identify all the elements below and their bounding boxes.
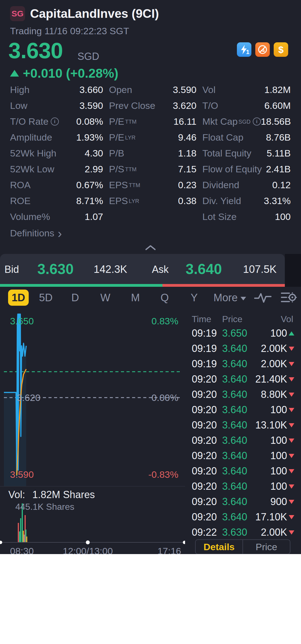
exchange-badge: SG — [10, 6, 25, 21]
stats-grid: High3.660Open3.590Vol1.82MLow3.590Prev C… — [10, 82, 291, 225]
stat-value: 8.76B — [266, 132, 291, 143]
definitions-link[interactable]: Definitions › — [10, 228, 62, 239]
stat-label: EPSLYR — [109, 195, 139, 206]
y-label-prevclose-pct: 0.00% — [152, 392, 178, 403]
trade-vol-wrap: 21.40K — [255, 373, 294, 385]
down-triangle-icon — [289, 515, 294, 519]
trade-price: 3.640 — [222, 358, 247, 370]
ask-volume: 107.5K — [243, 263, 276, 275]
collapse-chevron-icon[interactable] — [145, 244, 156, 252]
stat-value: 3.660 — [79, 84, 103, 95]
tab-q[interactable]: Q — [161, 290, 169, 306]
currency-dollar-icon[interactable]: $ — [274, 42, 288, 57]
down-triangle-icon — [289, 347, 294, 351]
stat-cell: Prev Close3.620 — [109, 98, 196, 114]
stat-value: 0.23 — [178, 180, 196, 190]
stat-label: 52Wk Low — [10, 164, 54, 175]
stat-cell: P/ELYR9.46 — [109, 129, 196, 145]
price-chart[interactable]: 3.650 0.83% 3.620 0.00% 3.590 -0.83% Vol… — [0, 312, 185, 557]
trade-time: 09:20 — [192, 450, 217, 462]
tab-y[interactable]: Y — [191, 290, 198, 306]
stock-title: CapitaLandInves (9CI) — [30, 6, 159, 21]
details-button[interactable]: Details — [196, 540, 243, 554]
price-button[interactable]: Price — [243, 540, 290, 554]
bid-ask-panel[interactable]: Bid 3.630 142.3K Ask 3.640 107.5K — [0, 254, 285, 287]
trade-vol: 100 — [270, 481, 287, 492]
promo-footer: TIGER BROKERS Scan the QR code to partic… — [0, 554, 301, 644]
stat-value: 6.60M — [264, 100, 291, 111]
vol-summary: Vol:1.82M Shares — [8, 489, 95, 501]
info-icon[interactable]: i — [253, 117, 261, 126]
trade-time: 09:20 — [192, 481, 217, 492]
bid-ask-ratio-bar — [0, 284, 285, 287]
trade-row[interactable]: 09:203.64013.10K — [185, 417, 301, 432]
tab-m[interactable]: M — [131, 290, 140, 306]
stat-value: 5.11B — [267, 148, 291, 159]
trade-vol: 13.10K — [255, 419, 287, 431]
stat-label: Div. Yield — [202, 195, 241, 206]
trade-time: 09:20 — [192, 465, 217, 477]
stat-cell: ROE8.71% — [10, 193, 103, 209]
trade-row[interactable]: 09:203.640100 — [185, 448, 301, 463]
chart-settings-icon[interactable] — [281, 290, 297, 306]
tab-d[interactable]: D — [71, 290, 79, 306]
line-chart-icon[interactable] — [254, 290, 271, 306]
tab-more[interactable]: More — [213, 290, 246, 306]
down-triangle-icon — [289, 530, 294, 535]
tab-1d[interactable]: 1D — [8, 290, 29, 306]
trade-row[interactable]: 09:203.640100 — [185, 402, 301, 417]
stat-label: High — [10, 84, 30, 95]
trade-vol-wrap: 17.10K — [255, 511, 294, 523]
trade-price: 3.640 — [222, 481, 247, 492]
stat-cell: T/O6.60M — [202, 98, 291, 114]
price-chart-canvas[interactable] — [0, 312, 185, 557]
trade-price: 3.640 — [222, 511, 247, 523]
trade-vol-wrap: 900 — [270, 496, 294, 508]
stat-cell: Dividend0.12 — [202, 177, 291, 193]
stat-cell: Lot Size100 — [202, 209, 291, 225]
trade-row[interactable]: 09:203.64017.10K — [185, 509, 301, 524]
stat-value: 18.56B — [261, 116, 291, 127]
trade-row[interactable]: 09:193.6402.00K — [185, 356, 301, 371]
down-triangle-icon — [289, 362, 294, 366]
no-short-icon[interactable] — [255, 42, 270, 57]
down-triangle-icon — [289, 423, 294, 427]
trade-row[interactable]: 09:203.6408.80K — [185, 386, 301, 402]
flash-order-icon[interactable]: 1 — [237, 42, 251, 57]
stat-cell: Volume%1.07 — [10, 209, 103, 225]
info-icon[interactable]: i — [51, 117, 59, 126]
up-triangle-icon — [10, 70, 19, 77]
trade-row[interactable]: 09:203.64021.40K — [185, 371, 301, 386]
stat-value: 4.30 — [85, 148, 103, 159]
trade-vol-wrap: 100 — [270, 450, 294, 462]
trade-vol-wrap: 2.00K — [261, 343, 294, 354]
scrubber-dot-left — [0, 541, 2, 544]
stat-value: 7.15 — [178, 164, 196, 175]
trade-row[interactable]: 09:193.650100 — [185, 325, 301, 341]
stat-label: Total Equity — [202, 148, 251, 159]
trade-row[interactable]: 09:203.640100 — [185, 478, 301, 494]
trade-row[interactable]: 09:203.640100 — [185, 432, 301, 448]
stat-label: Open — [109, 84, 132, 95]
tab-w[interactable]: W — [100, 290, 110, 306]
trade-price: 3.640 — [222, 404, 247, 416]
stat-cell: Total Equity5.11B — [202, 145, 291, 161]
ask-price: 3.640 — [186, 261, 222, 277]
stat-value: 1.82M — [264, 84, 291, 95]
trade-row[interactable]: 09:223.6302.00K — [185, 524, 301, 540]
stat-cell: Div. Yield3.31% — [202, 193, 291, 209]
stat-label: EPSTTM — [109, 180, 140, 190]
tab-5d[interactable]: 5D — [39, 290, 53, 306]
stat-label: P/B — [109, 148, 124, 159]
stat-cell: P/ETTM16.11 — [109, 114, 196, 129]
chevron-down-icon — [241, 297, 246, 300]
bid-price: 3.630 — [37, 261, 74, 277]
trade-row[interactable]: 09:203.640900 — [185, 494, 301, 509]
trade-vol: 100 — [270, 435, 287, 446]
stat-label: Vol — [202, 84, 215, 95]
trade-time: 09:22 — [192, 527, 217, 538]
price-change: +0.010 (+0.28%) — [10, 66, 118, 81]
trades-table: Time Price Vol 09:193.65010009:193.6402.… — [185, 312, 301, 557]
trade-row[interactable]: 09:193.6402.00K — [185, 341, 301, 356]
trade-row[interactable]: 09:203.640100 — [185, 463, 301, 478]
